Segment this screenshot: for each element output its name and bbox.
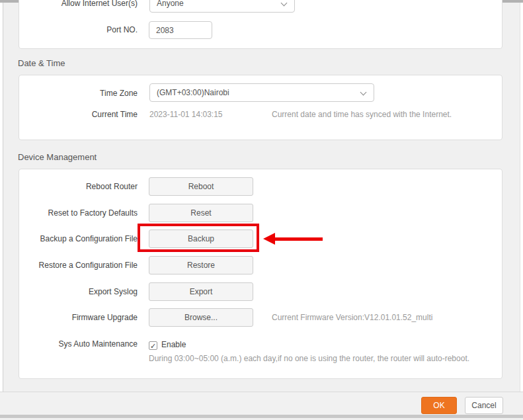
footer-bar: OK Cancel — [0, 392, 523, 415]
restore-config-label: Restore a Configuration File — [19, 261, 138, 270]
current-time-label: Current Time — [19, 110, 138, 119]
reset-factory-label: Reset to Factory Defaults — [19, 208, 138, 218]
allow-internet-users-select[interactable]: Anyone — [149, 0, 295, 13]
enable-checkbox-label: Enable — [161, 340, 186, 349]
backup-config-label: Backup a Configuration File — [19, 234, 138, 243]
firmware-version-note: Current Firmware Version:V12.01.01.52_mu… — [272, 313, 432, 322]
settings-page: Allow Internet User(s) Anyone Port NO. D… — [0, 0, 523, 420]
sys-auto-maintenance-label: Sys Auto Maintenance — [19, 339, 138, 349]
device-management-title: Device Management — [18, 152, 97, 162]
time-sync-note: Current date and time has synced with th… — [272, 110, 452, 119]
backup-highlight-rectangle — [138, 224, 259, 252]
ok-button[interactable]: OK — [421, 397, 457, 414]
reboot-router-label: Reboot Router — [19, 182, 138, 191]
check-icon: ✓ — [150, 342, 156, 350]
restore-button[interactable]: Restore — [149, 256, 253, 274]
time-zone-select[interactable]: (GMT+03:00)Nairobi — [149, 83, 374, 102]
allow-internet-users-value: Anyone — [157, 0, 184, 8]
export-syslog-label: Export Syslog — [19, 287, 138, 296]
date-time-card: Time Zone (GMT+03:00)Nairobi Current Tim… — [19, 75, 503, 140]
allow-internet-users-label: Allow Internet User(s) — [19, 0, 138, 8]
browse-button[interactable]: Browse... — [149, 308, 253, 327]
export-button[interactable]: Export — [149, 282, 253, 301]
remote-access-card: Allow Internet User(s) Anyone Port NO. — [19, 0, 503, 49]
enable-checkbox-row: ✓Enable — [149, 338, 186, 350]
port-no-label: Port NO. — [19, 25, 138, 34]
current-time-value: 2023-11-01 14:03:15 — [149, 110, 223, 119]
maintenance-note: During 03:00~05:00 (a.m.) each day,if no… — [149, 354, 469, 363]
red-arrow-shaft — [274, 237, 323, 241]
time-zone-value: (GMT+03:00)Nairobi — [157, 88, 229, 97]
reset-button[interactable]: Reset — [149, 204, 253, 222]
firmware-upgrade-label: Firmware Upgrade — [19, 313, 138, 322]
device-management-card: Reboot Router Reboot Reset to Factory De… — [19, 169, 503, 379]
cancel-button[interactable]: Cancel — [465, 397, 503, 414]
reboot-button[interactable]: Reboot — [149, 177, 253, 196]
date-time-title: Date & Time — [18, 58, 65, 68]
chevron-down-icon — [281, 0, 288, 6]
time-zone-label: Time Zone — [19, 89, 138, 98]
chevron-down-icon — [360, 89, 367, 96]
enable-checkbox[interactable]: ✓ — [149, 341, 157, 350]
port-no-input[interactable] — [149, 21, 212, 39]
